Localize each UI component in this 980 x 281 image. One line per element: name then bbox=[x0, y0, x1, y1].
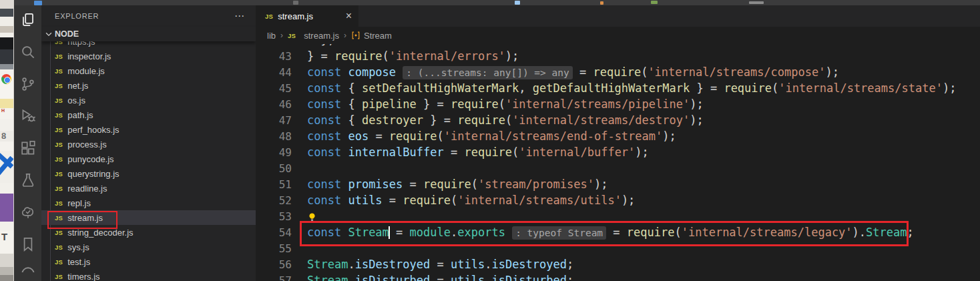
activity-bar bbox=[14, 5, 41, 281]
code-line-48[interactable]: 48const eos = require('internal/streams/… bbox=[256, 128, 980, 144]
explorer-header: EXPLORER ⋯ bbox=[41, 5, 256, 27]
line-number: 50 bbox=[256, 162, 292, 175]
code-line-45[interactable]: 45const { setDefaultHighWaterMark, getDe… bbox=[256, 80, 980, 96]
file-label: repl.js bbox=[67, 198, 91, 208]
code-line-52[interactable]: 52const utils = require('internal/stream… bbox=[256, 192, 980, 208]
line-number: 53 bbox=[256, 210, 292, 223]
code-line-49[interactable]: 49const internalBuffer = require('intern… bbox=[256, 144, 980, 160]
more-actions-icon[interactable]: ⋯ bbox=[234, 10, 245, 22]
file-label: path.js bbox=[67, 110, 93, 120]
file-row-module-js[interactable]: JSmodule.js bbox=[41, 63, 256, 78]
activity-explorer[interactable] bbox=[14, 5, 41, 37]
search-icon bbox=[19, 43, 37, 63]
code-text: const utils = require('internal/streams/… bbox=[292, 194, 635, 207]
close-icon[interactable]: × bbox=[346, 11, 352, 21]
tab-stream-js[interactable]: JS stream.js × bbox=[256, 5, 358, 27]
top-strip-artifact bbox=[293, 1, 298, 5]
code-line-44[interactable]: 44const compose : (...streams: any[]) =>… bbox=[256, 64, 980, 80]
line-number: 51 bbox=[256, 178, 292, 191]
file-row-querystring-js[interactable]: JSquerystring.js bbox=[41, 166, 256, 181]
code-line-46[interactable]: 46const { pipeline } = require('internal… bbox=[256, 96, 980, 112]
line-number: 42 bbox=[256, 44, 292, 47]
file-label: net.js bbox=[67, 81, 88, 91]
file-row-punycode-js[interactable]: JSpunycode.js bbox=[41, 152, 256, 166]
desktop-strip-segment bbox=[0, 254, 13, 267]
activity-bookmarks[interactable] bbox=[14, 230, 41, 262]
js-file-icon: JS bbox=[55, 97, 63, 104]
file-row-perf_hooks-js[interactable]: JSperf_hooks.js bbox=[41, 122, 256, 137]
file-row-process-js[interactable]: JSprocess.js bbox=[41, 137, 256, 152]
testing-icon bbox=[19, 172, 37, 192]
file-row-os-js[interactable]: JSos.js bbox=[41, 93, 256, 107]
file-row-timers-js[interactable]: JStimers.js bbox=[41, 269, 256, 281]
line-number: 45 bbox=[256, 82, 292, 95]
js-file-icon: JS bbox=[55, 244, 63, 251]
desktop-strip-segment bbox=[0, 275, 13, 281]
js-file-icon: JS bbox=[55, 156, 63, 163]
activity-extensions[interactable] bbox=[14, 133, 41, 166]
code-line-57[interactable]: 57Stream.isDisturbed = utils.isDisturbed… bbox=[256, 272, 980, 281]
bookmarks-icon bbox=[19, 236, 37, 256]
file-row-string_decoder-js[interactable]: JSstring_decoder.js bbox=[41, 225, 256, 240]
editor-group: JS stream.js × lib › JS stream.js › Stre… bbox=[256, 5, 980, 281]
code-line-51[interactable]: 51const promises = require('stream/promi… bbox=[256, 176, 980, 192]
breadcrumb-item-stream-js[interactable]: JS stream.js bbox=[288, 31, 339, 41]
extensions-icon bbox=[19, 139, 37, 160]
desktop-strip-segment bbox=[0, 49, 13, 64]
line-number: 48 bbox=[256, 130, 292, 143]
file-row-readline-js[interactable]: JSreadline.js bbox=[41, 181, 256, 196]
file-label: module.js bbox=[67, 66, 105, 76]
file-row-test-js[interactable]: JStest.js bbox=[41, 254, 256, 269]
chrome-logo bbox=[1, 74, 11, 84]
inlay-hint: : typeof Stream bbox=[512, 226, 606, 240]
file-row-path-js[interactable]: JSpath.js bbox=[41, 107, 256, 122]
top-strip-artifact bbox=[34, 1, 42, 5]
code-text: const compose : (...streams: any[]) => a… bbox=[292, 65, 839, 79]
code-line-56[interactable]: 56Stream.isDestroyed = utils.isDestroyed… bbox=[256, 256, 980, 272]
activity-testing[interactable] bbox=[14, 166, 41, 198]
line-number: 57 bbox=[256, 274, 292, 281]
activity-run-debug[interactable] bbox=[14, 101, 41, 133]
activity-search[interactable] bbox=[14, 37, 41, 69]
desktop-strip-segment bbox=[0, 37, 13, 49]
desktop-strip-glyph: 8 bbox=[1, 131, 6, 141]
code-text: }, bbox=[292, 44, 334, 47]
file-row-repl-js[interactable]: JSrepl.js bbox=[41, 196, 256, 210]
file-row-net-js[interactable]: JSnet.js bbox=[41, 78, 256, 93]
code-area[interactable]: 42 },43} = require('internal/errors');44… bbox=[256, 44, 980, 281]
source-control-icon bbox=[19, 75, 37, 95]
code-line-47[interactable]: 47const { destroyer } = require('interna… bbox=[256, 112, 980, 128]
activity-todo-tree[interactable] bbox=[14, 198, 41, 230]
breadcrumb-item-lib[interactable]: lib bbox=[267, 31, 276, 41]
lightbulb-icon[interactable] bbox=[307, 210, 317, 223]
js-file-icon: JS bbox=[55, 214, 63, 222]
explorer-title: EXPLORER bbox=[55, 12, 99, 20]
activity-account-circle[interactable] bbox=[14, 262, 41, 272]
code-text: const promises = require('stream/promise… bbox=[292, 178, 607, 191]
file-row-sys-js[interactable]: JSsys.js bbox=[41, 240, 256, 254]
desktop-strip-segment: T bbox=[0, 231, 13, 254]
desktop-strip-segment bbox=[0, 222, 13, 231]
js-file-icon: JS bbox=[55, 229, 63, 236]
breadcrumb-item-stream-symbol[interactable]: Stream bbox=[351, 31, 392, 41]
desktop-strip-segment bbox=[0, 26, 13, 33]
js-file-icon: JS bbox=[288, 32, 296, 39]
desktop-strip-segment bbox=[0, 99, 13, 108]
account-circle-icon bbox=[19, 262, 37, 272]
code-line-54[interactable]: 54const Stream = module.exports : typeof… bbox=[256, 224, 980, 240]
activity-source-control[interactable] bbox=[14, 69, 41, 101]
file-row-inspector-js[interactable]: JSinspector.js bbox=[41, 49, 256, 63]
desktop-strip-segment bbox=[0, 17, 13, 26]
line-number: 46 bbox=[256, 98, 292, 111]
file-row-stream-js[interactable]: JSstream.js bbox=[41, 210, 256, 225]
section-header-node[interactable]: NODE bbox=[41, 27, 256, 41]
file-label: os.js bbox=[67, 95, 85, 105]
code-line-43[interactable]: 43} = require('internal/errors'); bbox=[256, 48, 980, 64]
section-label: NODE bbox=[55, 29, 79, 39]
file-label: querystring.js bbox=[67, 169, 119, 179]
code-line-55[interactable]: 55 bbox=[256, 240, 980, 256]
file-label: inspector.js bbox=[67, 51, 111, 61]
file-label: perf_hooks.js bbox=[67, 125, 119, 135]
code-line-53[interactable]: 53 bbox=[256, 208, 980, 224]
code-line-50[interactable]: 50 bbox=[256, 160, 980, 176]
